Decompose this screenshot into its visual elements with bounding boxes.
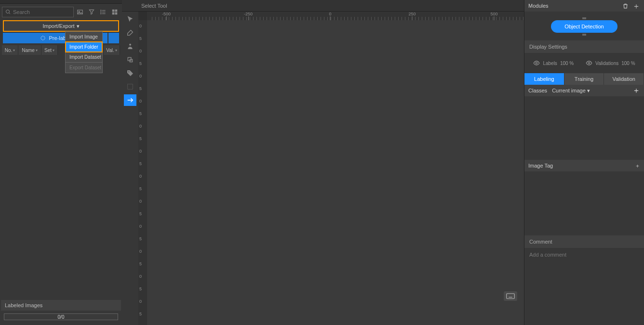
ruler-corner	[138, 12, 147, 20]
keyboard-icon[interactable]	[504, 291, 517, 301]
svg-point-25	[536, 62, 538, 64]
filter-icon[interactable]	[87, 8, 96, 16]
labeled-images-bar: Labeled Images	[1, 300, 121, 311]
svg-point-0	[6, 10, 10, 13]
add-image-tag-button[interactable]: ＋	[635, 162, 640, 169]
list-icon[interactable]	[99, 8, 107, 16]
search-toolbar	[76, 8, 119, 16]
module-chip-wrap: Object Detection	[524, 12, 644, 40]
prelabel-handle[interactable]	[108, 33, 119, 43]
right-fill	[524, 261, 644, 325]
search-row: Search	[0, 4, 122, 20]
tool-select-rect[interactable]	[124, 81, 136, 92]
svg-point-9	[101, 13, 101, 14]
progress-wrap: 0/0	[0, 311, 122, 325]
module-object-detection[interactable]: Object Detection	[551, 20, 617, 33]
image-list	[0, 55, 122, 300]
svg-point-7	[101, 10, 101, 11]
display-labels[interactable]: Labels 100 %	[533, 60, 574, 66]
display-row: Labels 100 % Validations 100 %	[524, 53, 644, 73]
import-export-dropdown[interactable]: Import/Export ▾	[3, 20, 119, 32]
svg-point-8	[101, 12, 101, 12]
eye-icon	[586, 60, 592, 66]
sparkle-icon	[40, 35, 46, 41]
svg-rect-12	[112, 13, 115, 15]
eye-icon	[533, 60, 540, 66]
tool-move[interactable]	[124, 94, 136, 106]
ruler-vertical: 0505050505050505050505050	[138, 20, 147, 325]
right-panel: Modules ＋ Object Detection Display Setti…	[524, 0, 644, 325]
image-tag-list	[524, 171, 644, 235]
tool-shape[interactable]	[124, 54, 136, 65]
module-handle-bottom[interactable]	[582, 34, 586, 36]
svg-rect-10	[112, 10, 115, 12]
classes-list	[524, 96, 644, 160]
current-image-dropdown[interactable]: Current image ▾	[552, 88, 590, 94]
menu-import-image[interactable]: Import Image	[66, 32, 102, 42]
mode-tabs: Labeling Training Validation	[524, 73, 644, 85]
comment-input[interactable]: Add a comment	[524, 248, 644, 261]
tool-brush[interactable]	[124, 27, 136, 39]
left-top-bar	[0, 0, 122, 4]
plus-icon[interactable]: ＋	[632, 3, 640, 9]
left-panel: Search Import/Export ▾ Pre-label No.▾ Na…	[0, 0, 122, 325]
menu-export-dataset[interactable]: Export Dataset	[66, 63, 102, 73]
svg-rect-11	[115, 10, 118, 12]
tab-validation[interactable]: Validation	[604, 73, 644, 85]
trash-icon[interactable]	[622, 3, 629, 9]
classes-row: Classes Current image ▾ ＋	[524, 85, 644, 96]
svg-rect-18	[128, 84, 133, 90]
canvas-wrap: -500-2500250500 050505050505050505050505…	[122, 12, 524, 325]
chevron-down-icon: ▾	[77, 23, 80, 29]
canvas[interactable]: -500-2500250500 050505050505050505050505…	[138, 12, 524, 325]
search-placeholder: Search	[13, 9, 30, 15]
display-settings-header: Display Settings	[524, 40, 644, 53]
svg-rect-13	[115, 13, 118, 15]
tool-tag[interactable]	[124, 67, 136, 79]
grid-icon[interactable]	[110, 8, 119, 16]
search-input[interactable]: Search	[2, 7, 74, 17]
col-no[interactable]: No.▾	[2, 45, 18, 55]
classes-label: Classes	[528, 88, 547, 93]
menu-import-dataset[interactable]: Import Dataset	[66, 52, 102, 62]
modules-header: Modules ＋	[524, 0, 644, 12]
tab-training[interactable]: Training	[564, 73, 604, 85]
col-val[interactable]: Val.▾	[104, 45, 120, 55]
svg-rect-19	[507, 294, 515, 299]
svg-point-14	[129, 44, 131, 46]
search-icon	[5, 9, 11, 15]
ruler-horizontal: -500-2500250500	[147, 12, 524, 20]
add-class-button[interactable]: ＋	[632, 86, 640, 96]
image-tag-header: Image Tag ＋	[524, 160, 644, 171]
tool-strip	[122, 12, 138, 325]
canvas-header: Select Tool	[122, 0, 524, 12]
progress-bar: 0/0	[4, 313, 118, 320]
svg-point-17	[128, 71, 129, 72]
tool-person[interactable]	[124, 40, 136, 52]
svg-line-1	[9, 13, 11, 14]
import-export-label: Import/Export	[42, 23, 74, 29]
col-set[interactable]: Set▾	[41, 45, 58, 55]
center-area: Select Tool -500-2500250500 050505050505…	[122, 0, 524, 325]
display-validations[interactable]: Validations 100 %	[586, 60, 635, 66]
svg-point-26	[588, 62, 590, 64]
import-export-menu: Import Image Import Folder Import Datase…	[65, 31, 103, 73]
col-name[interactable]: Name▾	[18, 45, 41, 55]
menu-import-folder[interactable]: Import Folder	[66, 42, 102, 52]
module-handle-top[interactable]	[582, 17, 586, 19]
image-icon[interactable]	[76, 8, 84, 16]
tab-labeling[interactable]: Labeling	[524, 73, 564, 85]
comment-header: Comment	[524, 235, 644, 248]
tool-cursor[interactable]	[124, 13, 136, 25]
